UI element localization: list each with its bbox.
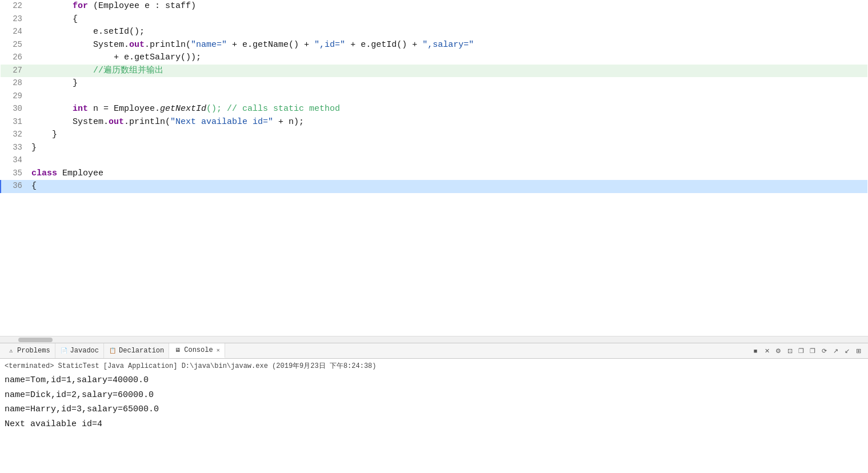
tab-close-button[interactable]: ✕ — [217, 347, 220, 354]
line-number: 23 — [1, 13, 29, 26]
line-content: } — [29, 77, 867, 90]
tab-toolbar: ■✕⚙⊡❐❐⟳↗↙⊞ — [750, 346, 866, 356]
console-line: name=Harry,id=3,salary=65000.0 — [5, 402, 863, 417]
code-line-23: 23 { — [1, 13, 867, 26]
line-number: 32 — [1, 129, 29, 142]
declaration-tab-icon: 📋 — [109, 347, 117, 355]
console-output: name=Tom,id=1,salary=40000.0name=Dick,id… — [5, 373, 863, 431]
code-line-35: 35class Employee — [1, 167, 867, 181]
copy-btn[interactable]: ❐ — [796, 346, 806, 356]
code-token: //遍历数组并输出 — [93, 66, 163, 75]
tab-label: Javadoc — [70, 347, 99, 355]
line-number: 34 — [1, 154, 29, 167]
tab-declaration[interactable]: 📋Declaration — [104, 343, 169, 358]
tab-label: Console — [184, 346, 213, 354]
code-line-36: 36{ — [1, 180, 867, 193]
line-number: 36 — [1, 180, 29, 193]
line-content: int n = Employee.getNextId(); // calls s… — [29, 103, 867, 116]
refresh-btn[interactable]: ⟳ — [819, 346, 829, 356]
paste-btn[interactable]: ❐ — [807, 346, 818, 356]
code-token: int — [73, 104, 88, 114]
line-content: System.out.println("Next available id=" … — [29, 116, 867, 129]
line-number: 26 — [1, 51, 29, 65]
code-token: (); // calls static method — [206, 104, 340, 114]
code-token: ",id=" — [314, 40, 345, 50]
line-content: for (Employee e : staff) — [29, 0, 867, 13]
code-line-25: 25 System.out.println("name=" + e.getNam… — [1, 39, 867, 52]
terminate-btn[interactable]: ✕ — [762, 346, 772, 356]
scrollbar-thumb[interactable] — [18, 338, 53, 342]
open-btn[interactable]: ↗ — [830, 346, 841, 356]
line-content: } — [29, 129, 867, 142]
line-content — [29, 154, 867, 167]
code-line-31: 31 System.out.println("Next available id… — [1, 116, 867, 129]
line-number: 24 — [1, 26, 29, 39]
tab-label: Problems — [17, 347, 50, 355]
console-line: name=Dick,id=2,salary=60000.0 — [5, 388, 863, 403]
code-line-34: 34 — [1, 154, 867, 167]
line-content — [29, 90, 867, 103]
line-content: class Employee — [29, 167, 867, 181]
line-number: 29 — [1, 90, 29, 103]
console-line: Next available id=4 — [5, 417, 863, 432]
code-line-28: 28 } — [1, 77, 867, 90]
console-line: name=Tom,id=1,salary=40000.0 — [5, 373, 863, 388]
code-token: getNextId — [160, 104, 206, 114]
line-content: e.setId(); — [29, 26, 867, 39]
code-token: ",salary=" — [422, 40, 474, 50]
pin-btn[interactable]: ⊡ — [785, 346, 795, 356]
tab-label: Declaration — [119, 347, 164, 355]
line-content: //遍历数组并输出 — [29, 65, 867, 78]
code-token: class — [31, 169, 57, 178]
line-number: 35 — [1, 167, 29, 181]
code-token: for — [73, 1, 88, 11]
tab-problems[interactable]: ⚠Problems — [2, 343, 55, 358]
bottom-tab-bar: ⚠Problems📄Javadoc📋Declaration🖥Console✕ ■… — [0, 343, 868, 359]
javadoc-tab-icon: 📄 — [60, 347, 68, 355]
code-token: "name=" — [191, 40, 227, 50]
settings-btn[interactable]: ⚙ — [773, 346, 783, 356]
minimize-btn[interactable]: ↙ — [842, 346, 852, 356]
code-line-29: 29 — [1, 90, 867, 103]
line-number: 27 — [1, 65, 29, 78]
code-line-33: 33} — [1, 142, 867, 155]
line-content: { — [29, 13, 867, 26]
line-number: 25 — [1, 39, 29, 52]
tab-console[interactable]: 🖥Console✕ — [169, 343, 225, 358]
code-token: out — [109, 117, 124, 127]
tab-javadoc[interactable]: 📄Javadoc — [55, 343, 104, 358]
line-content: + e.getSalary()); — [29, 51, 867, 65]
code-table: 22 for (Employee e : staff)23 {24 e.setI… — [0, 0, 868, 193]
line-content: } — [29, 142, 867, 155]
code-token: out — [129, 40, 145, 50]
line-number: 33 — [1, 142, 29, 155]
code-line-24: 24 e.setId(); — [1, 26, 867, 39]
line-number: 30 — [1, 103, 29, 116]
line-number: 28 — [1, 77, 29, 90]
line-content: { — [29, 180, 867, 193]
code-scrollbar[interactable] — [0, 336, 868, 343]
code-line-32: 32 } — [1, 129, 867, 142]
tab-list: ⚠Problems📄Javadoc📋Declaration🖥Console✕ — [2, 343, 225, 358]
code-line-26: 26 + e.getSalary()); — [1, 51, 867, 65]
problems-tab-icon: ⚠ — [7, 347, 15, 355]
line-content: System.out.println("name=" + e.getName()… — [29, 39, 867, 52]
maximize-btn[interactable]: ⊞ — [853, 346, 863, 356]
code-line-22: 22 for (Employee e : staff) — [1, 0, 867, 13]
code-editor[interactable]: 22 for (Employee e : staff)23 {24 e.setI… — [0, 0, 868, 336]
stop-btn[interactable]: ■ — [750, 346, 761, 356]
console-tab-icon: 🖥 — [174, 346, 182, 354]
code-token: "Next available id=" — [170, 117, 273, 127]
console-panel: <terminated> StaticTest [Java Applicatio… — [0, 359, 868, 473]
code-line-27: 27 //遍历数组并输出 — [1, 65, 867, 78]
console-status: <terminated> StaticTest [Java Applicatio… — [5, 361, 863, 371]
line-number: 31 — [1, 116, 29, 129]
line-number: 22 — [1, 0, 29, 13]
code-line-30: 30 int n = Employee.getNextId(); // call… — [1, 103, 867, 116]
